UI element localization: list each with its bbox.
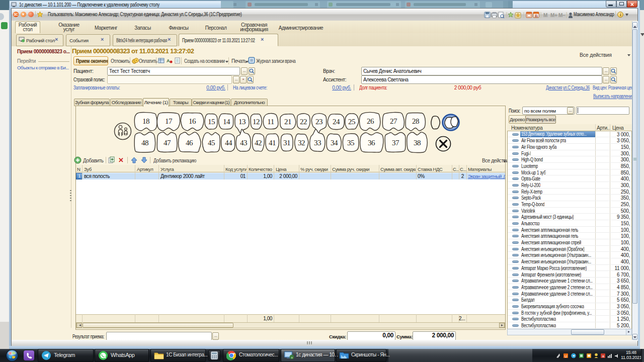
svg-text:27: 27: [390, 117, 397, 125]
svg-text:22: 22: [300, 118, 307, 126]
svg-text:15: 15: [208, 118, 215, 126]
svg-text:13: 13: [238, 118, 246, 126]
svg-text:41: 41: [269, 139, 276, 147]
svg-text:я: я: [602, 354, 604, 358]
svg-text:24: 24: [333, 118, 340, 126]
svg-text:36: 36: [368, 139, 375, 147]
svg-text:26: 26: [367, 117, 374, 125]
svg-text:44: 44: [225, 139, 232, 147]
svg-text:U: U: [565, 354, 567, 358]
svg-text:32: 32: [298, 139, 305, 147]
svg-text:21: 21: [284, 118, 291, 126]
svg-text:x: x: [291, 356, 293, 359]
svg-text:43: 43: [240, 139, 247, 147]
svg-text:12: 12: [253, 118, 260, 126]
svg-text:45: 45: [208, 139, 215, 147]
svg-text:18: 18: [142, 117, 149, 125]
svg-text:47: 47: [164, 139, 171, 147]
svg-text:23: 23: [315, 118, 323, 126]
svg-text:25: 25: [348, 118, 355, 126]
svg-text:48: 48: [141, 139, 148, 147]
svg-text:16: 16: [189, 117, 196, 125]
svg-text:17: 17: [165, 117, 173, 125]
svg-text:11: 11: [267, 118, 274, 126]
svg-text:33: 33: [314, 139, 321, 147]
svg-text:38: 38: [414, 139, 421, 147]
svg-text:14: 14: [223, 118, 230, 126]
svg-text:37: 37: [392, 139, 399, 147]
svg-text:35: 35: [347, 139, 354, 147]
svg-text:31: 31: [283, 139, 290, 147]
svg-text:28: 28: [412, 117, 419, 125]
svg-text:42: 42: [255, 139, 262, 147]
svg-text:34: 34: [331, 139, 338, 147]
svg-text:46: 46: [186, 139, 193, 147]
